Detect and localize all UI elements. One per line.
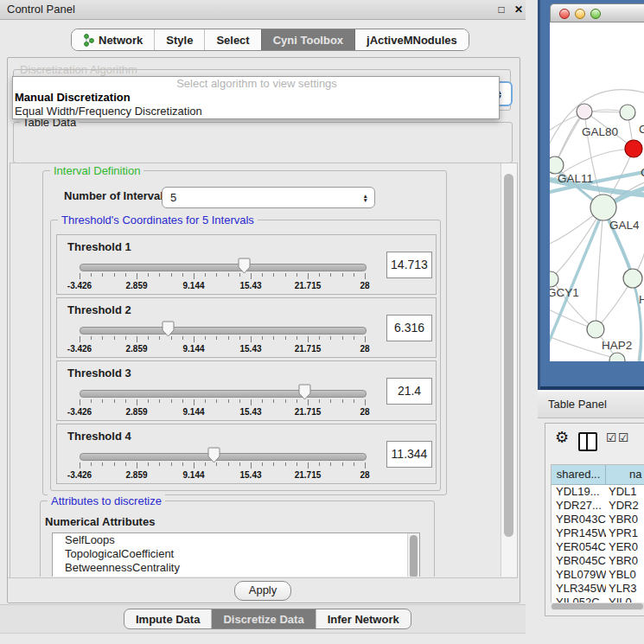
node-bottom-partial[interactable]: [609, 353, 625, 361]
threshold-box-4: Threshold 4-3.4262.8599.14415.4321.71528…: [56, 424, 437, 484]
attributes-group: Attributes to discretize Numerical Attri…: [40, 501, 435, 577]
threshold-value-field[interactable]: 11.344: [386, 441, 432, 468]
float-window-icon[interactable]: □: [494, 0, 508, 19]
table-row[interactable]: YBL079WYBL0: [552, 568, 644, 582]
cell-name: YER0: [606, 540, 644, 554]
table-row[interactable]: YDL19...YDL1: [552, 485, 644, 499]
node-h[interactable]: [623, 269, 642, 288]
bottom-tab-infer-network[interactable]: Infer Network: [316, 609, 411, 628]
slider-ticks: [80, 462, 365, 469]
table-row[interactable]: YPR145WYPR1: [552, 526, 644, 540]
threshold-value-field[interactable]: 14.713: [386, 252, 432, 278]
slider-track[interactable]: [80, 390, 367, 398]
gear-icon[interactable]: ⚙: [555, 430, 569, 445]
slider-thumb[interactable]: [298, 384, 311, 400]
node-label: GAL4: [609, 219, 640, 232]
num-intervals-combo[interactable]: 5 ▲▼: [162, 187, 375, 208]
network-canvas[interactable]: GAL80 GA C GAL11 GAL4 GCY1 H HAP2: [550, 22, 644, 361]
network-window-titlebar[interactable]: [550, 3, 644, 22]
cell-shared-name: YER054C: [552, 540, 606, 554]
split-columns-icon[interactable]: [578, 432, 597, 451]
thresholds-group-title: Threshold's Coordinates for 5 Intervals: [58, 214, 258, 226]
node-ga[interactable]: [620, 105, 635, 120]
tab-label: Network: [99, 34, 143, 47]
node-hap2[interactable]: [587, 321, 604, 338]
node-label: GA: [639, 123, 644, 136]
node-gcy1[interactable]: [550, 271, 558, 287]
threshold-box-2: Threshold 2-3.4262.8599.14415.4321.71528…: [56, 297, 437, 358]
network-view-window: GAL80 GA C GAL11 GAL4 GCY1 H HAP2: [538, 0, 644, 390]
tab-label: Select: [216, 34, 249, 47]
cell-name: YPR1: [606, 526, 644, 540]
dropdown-option-equal-width-frequency[interactable]: Equal Width/Frequency Discretization: [13, 105, 499, 118]
list-scrollbar[interactable]: [407, 533, 419, 577]
slider-tick-labels: -3.4262.8599.14415.4321.71528: [80, 407, 365, 417]
threshold-value-field[interactable]: 21.4: [386, 378, 432, 405]
table-row[interactable]: YER054CYER0: [552, 540, 644, 554]
cell-name: YBL0: [606, 568, 644, 582]
table-row[interactable]: YDR27...YDR2: [552, 499, 644, 513]
cell-shared-name: YPR145W: [552, 526, 606, 540]
column-header-shared-name[interactable]: shared...: [552, 465, 606, 484]
zoom-traffic-light[interactable]: [590, 9, 601, 19]
tab-network[interactable]: Network: [72, 29, 154, 50]
slider-thumb[interactable]: [238, 258, 251, 274]
tab-label: Cyni Toolbox: [273, 34, 343, 47]
tab-select[interactable]: Select: [204, 29, 260, 50]
dropdown-prompt: Select algorithm to view settings: [13, 77, 499, 91]
scrollbar-thumb[interactable]: [504, 174, 513, 537]
numerical-attributes-label: Numerical Attributes: [45, 515, 155, 528]
apply-button[interactable]: Apply: [234, 581, 291, 601]
settings-scrollbar[interactable]: [501, 163, 517, 577]
dropdown-option-manual-discretization[interactable]: Manual Discretization: [13, 91, 499, 105]
bottom-tab-impute-data[interactable]: Impute Data: [124, 609, 211, 628]
table-row[interactable]: YBR043CYBR0: [552, 513, 644, 526]
attributes-group-title: Attributes to discretize: [48, 494, 165, 507]
attribute-item[interactable]: SelfLoops: [53, 533, 419, 547]
node-label: H: [639, 293, 644, 306]
slider-track[interactable]: [80, 327, 367, 335]
node-gal4[interactable]: [590, 194, 616, 220]
checkbox-icon[interactable]: ☑: [606, 431, 617, 443]
cell-name: YIL0: [606, 596, 644, 603]
tab-cyni-toolbox[interactable]: Cyni Toolbox: [261, 29, 354, 50]
slider-track[interactable]: [80, 453, 367, 461]
numerical-attributes-list[interactable]: SelfLoopsTopologicalCoefficientBetweenne…: [52, 532, 420, 577]
minimize-traffic-light[interactable]: [575, 9, 585, 19]
table-row[interactable]: YIL052CYIL0: [552, 596, 644, 603]
interval-definition-title: Interval Definition: [50, 164, 143, 177]
bottom-tab-discretize-data[interactable]: Discretize Data: [211, 609, 315, 628]
slider-tick-labels: -3.4262.8599.14415.4321.71528: [80, 470, 365, 480]
slider-thumb[interactable]: [162, 321, 175, 337]
table-header-row: shared... na: [552, 465, 644, 485]
column-header-name[interactable]: na: [606, 465, 644, 484]
threshold-label: Threshold 3: [67, 367, 131, 379]
slider-ticks: [80, 273, 365, 280]
node-label: HAP2: [602, 339, 632, 352]
cell-shared-name: YBL079W: [552, 568, 606, 582]
bottom-tab-bar: Impute DataDiscretize DataInfer Network: [124, 609, 411, 629]
tab-jactivemnodules[interactable]: jActiveMNodules: [354, 29, 469, 50]
slider-ticks: [80, 399, 365, 406]
cell-name: YDL1: [606, 485, 644, 499]
spinner-icon: ▲▼: [363, 194, 368, 202]
slider-tick-labels: -3.4262.8599.14415.4321.71528: [80, 281, 365, 290]
settings-scroll-region: Interval Definition Number of Intervals …: [10, 163, 518, 579]
node-gal80[interactable]: [577, 104, 592, 119]
slider-track[interactable]: [80, 264, 367, 271]
slider-thumb[interactable]: [207, 447, 220, 463]
threshold-value-field[interactable]: 6.316: [386, 315, 432, 341]
close-icon[interactable]: ✕: [512, 0, 526, 19]
node-selected-red[interactable]: [625, 140, 642, 157]
attribute-item[interactable]: BetweennessCentrality: [53, 561, 419, 575]
node-gal11[interactable]: [550, 156, 564, 174]
table-row[interactable]: YBR045CYBR0: [552, 554, 644, 568]
checkbox-icon[interactable]: ☑: [618, 431, 629, 443]
table-row[interactable]: YLR345WYLR3: [552, 582, 644, 596]
scrollbar-thumb[interactable]: [552, 603, 643, 609]
tab-style[interactable]: Style: [154, 29, 204, 50]
interval-definition-group: Interval Definition Number of Intervals …: [42, 170, 447, 495]
attribute-item[interactable]: TopologicalCoefficient: [53, 547, 419, 561]
table-horizontal-scrollbar[interactable]: [551, 603, 644, 610]
close-traffic-light[interactable]: [559, 9, 570, 19]
